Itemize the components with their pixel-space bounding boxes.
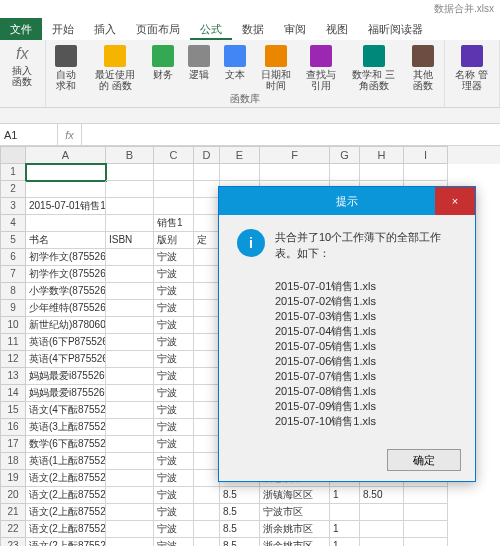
cell[interactable]: 宁波市区 [260,504,330,521]
cell[interactable] [194,419,220,436]
cell[interactable] [106,181,154,198]
cell[interactable] [194,470,220,487]
cell[interactable]: 语文(2上酝875526017 [26,538,106,546]
tab-home[interactable]: 开始 [42,18,84,40]
dialog-titlebar[interactable]: 提示 × [219,187,475,215]
cell[interactable] [106,198,154,215]
logical-button[interactable]: 逻辑 [184,43,214,93]
tab-file[interactable]: 文件 [0,18,42,40]
cell[interactable] [106,419,154,436]
row-header[interactable]: 12 [0,351,26,368]
row-header[interactable]: 8 [0,283,26,300]
row-header[interactable]: 13 [0,368,26,385]
cell[interactable] [154,198,194,215]
cell[interactable] [404,487,448,504]
cell[interactable] [106,487,154,504]
cell[interactable] [194,164,220,181]
cell[interactable] [106,164,154,181]
cell[interactable]: 语文(2上酝875526017 [26,504,106,521]
cell[interactable] [106,300,154,317]
cell[interactable] [194,300,220,317]
cell[interactable]: 8.50 [360,487,404,504]
row-header[interactable]: 14 [0,385,26,402]
cell[interactable] [26,215,106,232]
cell[interactable]: 宁波 [154,283,194,300]
col-header[interactable]: I [404,146,448,164]
cell[interactable] [360,538,404,546]
cell[interactable] [106,436,154,453]
cell[interactable] [194,283,220,300]
col-header[interactable]: A [26,146,106,164]
cell[interactable] [106,521,154,538]
row-header[interactable]: 6 [0,249,26,266]
cell[interactable] [194,436,220,453]
cell[interactable] [106,538,154,546]
cell[interactable] [194,521,220,538]
row-header[interactable]: 17 [0,436,26,453]
cell[interactable]: 1 [330,521,360,538]
tab-formulas[interactable]: 公式 [190,18,232,40]
cell[interactable]: 初学作文(875526030 [26,266,106,283]
cell[interactable] [194,317,220,334]
cell[interactable] [106,351,154,368]
cell[interactable] [106,283,154,300]
cell[interactable] [194,351,220,368]
row-header[interactable]: 1 [0,164,26,181]
cell[interactable]: 初学作文(875526030 [26,249,106,266]
cell[interactable] [404,538,448,546]
datetime-button[interactable]: 日期和时间 [256,43,295,93]
cell[interactable] [106,215,154,232]
row-header[interactable]: 3 [0,198,26,215]
math-button[interactable]: 数学和 三角函数 [347,43,401,93]
cell[interactable] [26,181,106,198]
cell[interactable]: 语文(2上酝875526017 [26,470,106,487]
cell[interactable] [330,504,360,521]
row-header[interactable]: 9 [0,300,26,317]
cell[interactable]: 宁波 [154,317,194,334]
autosum-button[interactable]: 自动求和 [50,43,83,93]
cell[interactable]: ISBN [106,232,154,249]
cell[interactable] [404,164,448,181]
tab-layout[interactable]: 页面布局 [126,18,190,40]
cell[interactable] [404,504,448,521]
col-header[interactable]: E [220,146,260,164]
cell[interactable] [194,453,220,470]
insert-function-button[interactable]: fx 插入函数 [4,43,41,89]
row-header[interactable]: 23 [0,538,26,546]
cell[interactable] [106,504,154,521]
tab-insert[interactable]: 插入 [84,18,126,40]
cell[interactable] [194,181,220,198]
cell[interactable]: 语文(2上酝875526017 [26,487,106,504]
lookup-button[interactable]: 查找与引用 [302,43,341,93]
col-header[interactable]: H [360,146,404,164]
col-header[interactable]: G [330,146,360,164]
cell[interactable] [194,249,220,266]
cell[interactable]: 小学数学(875526093 [26,283,106,300]
cell[interactable] [360,521,404,538]
cell[interactable]: 少年维特(875526156 [26,300,106,317]
tab-view[interactable]: 视图 [316,18,358,40]
cell[interactable]: 宁波 [154,436,194,453]
cell[interactable] [194,368,220,385]
cell[interactable]: 8.5 [220,521,260,538]
cell[interactable] [106,249,154,266]
recent-button[interactable]: 最近使用的 函数 [89,43,143,93]
cell[interactable]: 英语(4下P875526054 [26,351,106,368]
text-button[interactable]: 文本 [220,43,250,93]
cell[interactable] [220,164,260,181]
cell[interactable]: 新世纪幼)878060290 [26,317,106,334]
cell[interactable] [106,266,154,283]
cell[interactable] [106,334,154,351]
cell[interactable]: 宁波 [154,487,194,504]
row-header[interactable]: 4 [0,215,26,232]
cell[interactable]: 宁波 [154,538,194,546]
cell[interactable]: 语文(4下酝875526053 [26,402,106,419]
cell[interactable]: 8.5 [220,487,260,504]
col-header[interactable]: F [260,146,330,164]
col-header[interactable]: C [154,146,194,164]
cell[interactable]: 妈妈最爱i875526012 [26,385,106,402]
cell[interactable]: 宁波 [154,453,194,470]
cell[interactable] [106,453,154,470]
cell[interactable] [194,334,220,351]
cell[interactable]: 1 [330,538,360,546]
